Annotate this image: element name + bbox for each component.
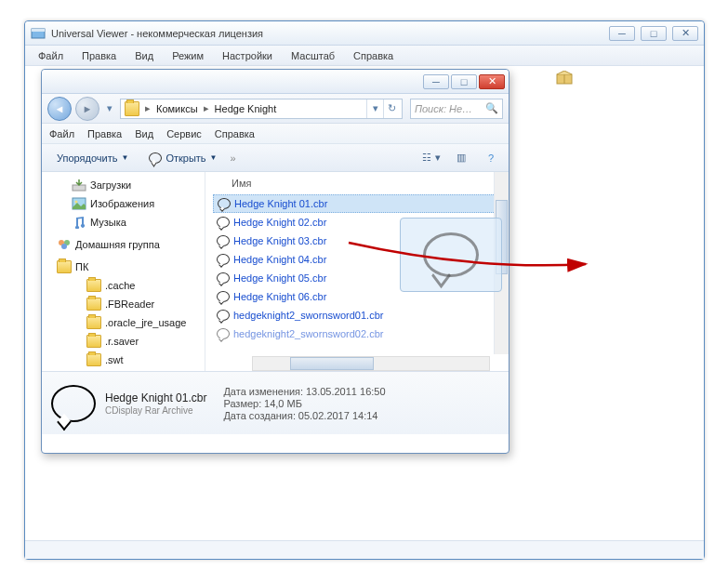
- open-button[interactable]: Открыть▼: [141, 150, 224, 166]
- svg-rect-1: [32, 29, 45, 32]
- exp-menu-edit[interactable]: Правка: [87, 128, 122, 139]
- explorer-menubar: Файл Правка Вид Сервис Справка: [42, 124, 509, 144]
- nav-back-button[interactable]: ◄: [47, 97, 72, 121]
- file-row[interactable]: Hedge Knight 03.cbr: [213, 232, 501, 250]
- folder-icon: [57, 260, 72, 273]
- outer-close-button[interactable]: ✕: [672, 26, 698, 41]
- file-row[interactable]: Hedge Knight 04.cbr: [213, 250, 501, 269]
- cbr-icon: [217, 235, 230, 246]
- view-mode-button[interactable]: ☷ ▾: [421, 148, 442, 168]
- help-button[interactable]: ?: [481, 148, 501, 168]
- tree-folder-swt[interactable]: .swt: [42, 351, 205, 369]
- tree-images[interactable]: Изображения: [42, 194, 205, 213]
- bubble-icon: [149, 152, 162, 164]
- outer-titlebar[interactable]: Universal Viewer - некоммерческая лиценз…: [25, 21, 704, 46]
- breadcrumb-item-1[interactable]: Hedge Knight: [213, 103, 279, 114]
- exp-menu-tools[interactable]: Сервис: [166, 128, 202, 139]
- menu-zoom[interactable]: Масштаб: [284, 48, 342, 63]
- search-placeholder: Поиск: He…: [415, 103, 472, 114]
- breadcrumb-item-0[interactable]: Комиксы: [154, 103, 200, 114]
- file-row[interactable]: Hedge Knight 06.cbr: [213, 287, 501, 306]
- vertical-scrollbar[interactable]: [494, 172, 509, 354]
- breadcrumb-dropdown[interactable]: ▾: [366, 99, 383, 118]
- details-modified: Дата изменения: 13.05.2011 16:50: [223, 386, 385, 397]
- search-icon: 🔍: [485, 102, 498, 114]
- scrollbar-thumb[interactable]: [290, 357, 374, 370]
- exp-menu-file[interactable]: Файл: [49, 128, 74, 139]
- column-header-name[interactable]: Имя: [213, 176, 501, 194]
- explorer-close-button[interactable]: ✕: [479, 74, 505, 89]
- breadcrumb[interactable]: ▸ Комиксы ▸ Hedge Knight ▾ ↻: [120, 99, 403, 119]
- file-list-pane[interactable]: Имя Hedge Knight 01.cbr Hedge Knight 02.…: [205, 172, 509, 371]
- file-row[interactable]: Hedge Knight 02.cbr: [213, 213, 501, 232]
- toolbar-overflow[interactable]: »: [231, 152, 236, 164]
- exp-menu-help[interactable]: Справка: [215, 128, 255, 139]
- music-icon: [72, 216, 86, 229]
- menu-edit[interactable]: Правка: [74, 48, 124, 63]
- folder-icon: [86, 335, 101, 348]
- explorer-navbar: ◄ ► ▾ ▸ Комиксы ▸ Hedge Knight ▾ ↻ Поиск…: [42, 94, 509, 124]
- outer-statusbar: [25, 540, 704, 559]
- explorer-maximize-button[interactable]: □: [451, 74, 477, 89]
- details-filetype: CDisplay Rar Archive: [105, 405, 206, 416]
- explorer-minimize-button[interactable]: ─: [423, 74, 449, 89]
- app-icon: [31, 26, 46, 41]
- cbr-icon: [217, 217, 230, 228]
- tree-pane[interactable]: Загрузки Изображения Музыка Домашняя гру…: [42, 172, 205, 371]
- explorer-content: Загрузки Изображения Музыка Домашняя гру…: [42, 172, 509, 371]
- tree-homegroup[interactable]: Домашняя группа: [42, 235, 205, 254]
- breadcrumb-separator: ▸: [141, 102, 154, 114]
- explorer-titlebar[interactable]: ─ □ ✕: [42, 70, 509, 94]
- preview-pane-button[interactable]: ▥: [451, 148, 471, 168]
- menu-view[interactable]: Вид: [127, 48, 161, 63]
- details-pane: Hedge Knight 01.cbr CDisplay Rar Archive…: [42, 371, 509, 434]
- menu-help[interactable]: Справка: [346, 48, 401, 63]
- nav-history-dropdown[interactable]: ▾: [103, 98, 116, 120]
- file-row[interactable]: Hedge Knight 05.cbr: [213, 269, 501, 287]
- nav-forward-button[interactable]: ►: [75, 97, 99, 121]
- outer-maximize-button[interactable]: □: [641, 26, 667, 41]
- outer-title-text: Universal Viewer - некоммерческая лиценз…: [51, 28, 263, 39]
- menu-settings[interactable]: Настройки: [215, 48, 280, 63]
- exp-menu-view[interactable]: Вид: [135, 128, 153, 139]
- horizontal-scrollbar[interactable]: [252, 356, 490, 371]
- menu-mode[interactable]: Режим: [165, 48, 211, 63]
- tree-folder-oracle[interactable]: .oracle_jre_usage: [42, 313, 205, 332]
- tree-folder-rsaver[interactable]: .r.saver: [42, 332, 205, 351]
- tree-folder-cache[interactable]: .cache: [42, 276, 205, 295]
- tree-downloads[interactable]: Загрузки: [42, 176, 205, 194]
- folder-icon: [125, 101, 139, 116]
- search-input[interactable]: Поиск: He… 🔍: [410, 99, 503, 119]
- downloads-icon: [72, 179, 86, 192]
- details-size: Размер: 14,0 МБ: [223, 398, 385, 409]
- images-icon: [72, 197, 86, 210]
- file-row[interactable]: hedgeknight2_swornsword02.cbr: [213, 325, 501, 343]
- homegroup-icon: [57, 238, 72, 251]
- organize-button[interactable]: Упорядочить▼: [49, 150, 136, 166]
- explorer-toolbar: Упорядочить▼ Открыть▼ » ☷ ▾ ▥ ?: [42, 144, 509, 172]
- tree-folder-fbreader[interactable]: .FBReader: [42, 295, 205, 313]
- outer-menubar: Файл Правка Вид Режим Настройки Масштаб …: [25, 46, 704, 66]
- explorer-window: ─ □ ✕ ◄ ► ▾ ▸ Комиксы ▸ Hedge Knight ▾ ↻…: [41, 69, 510, 454]
- breadcrumb-refresh[interactable]: ↻: [383, 99, 400, 118]
- cbr-icon: [218, 198, 231, 209]
- cbr-icon: [217, 291, 230, 302]
- file-row-selected[interactable]: Hedge Knight 01.cbr: [213, 194, 501, 213]
- folder-icon: [86, 316, 101, 329]
- svg-point-9: [61, 244, 67, 249]
- menu-file[interactable]: Файл: [31, 48, 71, 63]
- details-created: Дата создания: 05.02.2017 14:14: [223, 410, 385, 421]
- scrollbar-thumb[interactable]: [496, 200, 508, 274]
- outer-minimize-button[interactable]: ─: [609, 26, 635, 41]
- file-type-icon: [51, 385, 96, 422]
- cbr-icon: [217, 272, 230, 284]
- tree-music[interactable]: Музыка: [42, 213, 205, 232]
- breadcrumb-separator: ▸: [200, 102, 213, 114]
- cbr-icon: [217, 254, 230, 265]
- details-filename: Hedge Knight 01.cbr: [105, 391, 206, 404]
- cbr-icon: [217, 310, 230, 321]
- package-icon: [555, 71, 574, 86]
- tree-pc[interactable]: ПК: [42, 258, 205, 276]
- cbr-icon: [217, 328, 230, 339]
- file-row[interactable]: hedgeknight2_swornsword01.cbr: [213, 306, 501, 325]
